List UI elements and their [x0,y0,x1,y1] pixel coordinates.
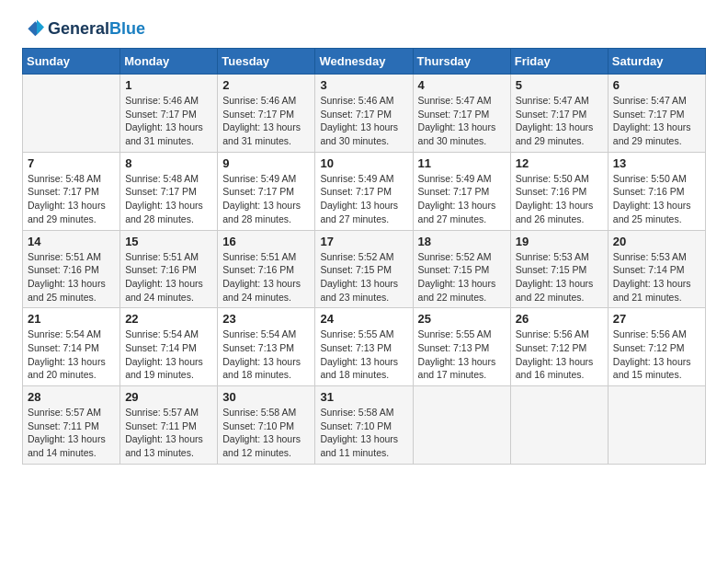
day-number: 25 [418,312,506,326]
day-number: 18 [418,235,506,248]
calendar-cell [413,386,510,465]
weekday-header: Thursday [413,49,510,75]
day-info: Sunrise: 5:55 AM Sunset: 7:13 PM Dayligh… [320,327,407,382]
calendar-cell: 21Sunrise: 5:54 AM Sunset: 7:14 PM Dayli… [23,308,120,386]
weekday-header: Friday [510,49,608,75]
day-number: 14 [28,235,115,248]
calendar-cell: 1Sunrise: 5:46 AM Sunset: 7:17 PM Daylig… [120,75,218,153]
calendar-cell: 22Sunrise: 5:54 AM Sunset: 7:14 PM Dayli… [120,308,218,386]
logo-icon [22,18,44,40]
day-info: Sunrise: 5:47 AM Sunset: 7:17 PM Dayligh… [516,94,603,148]
calendar-cell: 27Sunrise: 5:56 AM Sunset: 7:12 PM Dayli… [608,308,705,386]
calendar-cell: 23Sunrise: 5:54 AM Sunset: 7:13 PM Dayli… [218,308,315,386]
day-number: 6 [613,78,700,92]
day-info: Sunrise: 5:46 AM Sunset: 7:17 PM Dayligh… [222,94,310,148]
day-number: 15 [125,235,212,248]
day-number: 31 [320,390,407,404]
calendar-cell: 6Sunrise: 5:47 AM Sunset: 7:17 PM Daylig… [608,75,705,153]
day-number: 4 [418,78,506,92]
calendar-cell: 26Sunrise: 5:56 AM Sunset: 7:12 PM Dayli… [510,308,608,386]
day-info: Sunrise: 5:48 AM Sunset: 7:17 PM Dayligh… [125,172,212,226]
day-info: Sunrise: 5:57 AM Sunset: 7:11 PM Dayligh… [28,406,115,460]
day-info: Sunrise: 5:50 AM Sunset: 7:16 PM Dayligh… [516,172,603,226]
calendar-cell: 19Sunrise: 5:53 AM Sunset: 7:15 PM Dayli… [510,230,608,308]
day-info: Sunrise: 5:53 AM Sunset: 7:14 PM Dayligh… [613,250,700,304]
logo: GeneralBlue [22,18,145,40]
day-number: 3 [320,78,407,92]
day-number: 17 [320,235,407,248]
day-info: Sunrise: 5:58 AM Sunset: 7:10 PM Dayligh… [320,406,407,460]
calendar-cell: 4Sunrise: 5:47 AM Sunset: 7:17 PM Daylig… [413,75,510,153]
calendar-cell: 20Sunrise: 5:53 AM Sunset: 7:14 PM Dayli… [608,230,705,308]
day-number: 9 [222,156,310,170]
calendar-cell: 8Sunrise: 5:48 AM Sunset: 7:17 PM Daylig… [120,152,218,230]
calendar-cell: 17Sunrise: 5:52 AM Sunset: 7:15 PM Dayli… [315,230,413,308]
day-info: Sunrise: 5:55 AM Sunset: 7:13 PM Dayligh… [418,327,506,382]
weekday-header: Sunday [23,49,120,75]
day-number: 8 [125,156,212,170]
weekday-header: Tuesday [218,49,315,75]
calendar-week-row: 28Sunrise: 5:57 AM Sunset: 7:11 PM Dayli… [23,386,706,465]
day-info: Sunrise: 5:51 AM Sunset: 7:16 PM Dayligh… [125,250,212,304]
day-number: 28 [28,390,115,404]
day-info: Sunrise: 5:49 AM Sunset: 7:17 PM Dayligh… [418,172,506,226]
day-info: Sunrise: 5:54 AM Sunset: 7:14 PM Dayligh… [125,327,212,382]
day-number: 30 [222,390,310,404]
calendar-cell: 25Sunrise: 5:55 AM Sunset: 7:13 PM Dayli… [413,308,510,386]
calendar-cell: 31Sunrise: 5:58 AM Sunset: 7:10 PM Dayli… [315,386,413,465]
day-info: Sunrise: 5:46 AM Sunset: 7:17 PM Dayligh… [320,94,407,148]
day-info: Sunrise: 5:49 AM Sunset: 7:17 PM Dayligh… [320,172,407,226]
day-number: 11 [418,156,506,170]
day-number: 10 [320,156,407,170]
calendar-cell: 28Sunrise: 5:57 AM Sunset: 7:11 PM Dayli… [23,386,120,465]
calendar-cell: 7Sunrise: 5:48 AM Sunset: 7:17 PM Daylig… [23,152,120,230]
calendar-cell: 3Sunrise: 5:46 AM Sunset: 7:17 PM Daylig… [315,75,413,153]
calendar-cell: 14Sunrise: 5:51 AM Sunset: 7:16 PM Dayli… [23,230,120,308]
calendar-cell: 24Sunrise: 5:55 AM Sunset: 7:13 PM Dayli… [315,308,413,386]
day-number: 2 [222,78,310,92]
day-number: 12 [516,156,603,170]
calendar-cell: 11Sunrise: 5:49 AM Sunset: 7:17 PM Dayli… [413,152,510,230]
calendar-cell: 15Sunrise: 5:51 AM Sunset: 7:16 PM Dayli… [120,230,218,308]
logo-text: GeneralBlue [48,20,145,39]
day-number: 29 [125,390,212,404]
calendar-week-row: 1Sunrise: 5:46 AM Sunset: 7:17 PM Daylig… [23,75,706,153]
day-number: 22 [125,312,212,326]
calendar-cell: 29Sunrise: 5:57 AM Sunset: 7:11 PM Dayli… [120,386,218,465]
day-info: Sunrise: 5:50 AM Sunset: 7:16 PM Dayligh… [613,172,700,226]
day-number: 26 [516,312,603,326]
day-number: 5 [516,78,603,92]
day-number: 21 [28,312,115,326]
day-info: Sunrise: 5:47 AM Sunset: 7:17 PM Dayligh… [418,94,506,148]
calendar-cell: 12Sunrise: 5:50 AM Sunset: 7:16 PM Dayli… [510,152,608,230]
day-number: 27 [613,312,700,326]
day-info: Sunrise: 5:54 AM Sunset: 7:13 PM Dayligh… [222,327,310,382]
day-info: Sunrise: 5:56 AM Sunset: 7:12 PM Dayligh… [613,327,700,382]
calendar-cell [23,75,120,153]
weekday-header: Saturday [608,49,705,75]
calendar-cell: 5Sunrise: 5:47 AM Sunset: 7:17 PM Daylig… [510,75,608,153]
calendar-cell [510,386,608,465]
day-info: Sunrise: 5:46 AM Sunset: 7:17 PM Dayligh… [125,94,212,148]
header: GeneralBlue [22,18,706,40]
day-info: Sunrise: 5:49 AM Sunset: 7:17 PM Dayligh… [222,172,310,226]
day-number: 7 [28,156,115,170]
day-number: 19 [516,235,603,248]
day-info: Sunrise: 5:48 AM Sunset: 7:17 PM Dayligh… [28,172,115,226]
calendar-cell: 30Sunrise: 5:58 AM Sunset: 7:10 PM Dayli… [218,386,315,465]
day-info: Sunrise: 5:51 AM Sunset: 7:16 PM Dayligh… [28,250,115,304]
calendar-header: SundayMondayTuesdayWednesdayThursdayFrid… [23,49,706,75]
weekday-header: Wednesday [315,49,413,75]
day-info: Sunrise: 5:47 AM Sunset: 7:17 PM Dayligh… [613,94,700,148]
weekday-header: Monday [120,49,218,75]
day-info: Sunrise: 5:52 AM Sunset: 7:15 PM Dayligh… [418,250,506,304]
calendar-cell: 10Sunrise: 5:49 AM Sunset: 7:17 PM Dayli… [315,152,413,230]
day-info: Sunrise: 5:51 AM Sunset: 7:16 PM Dayligh… [222,250,310,304]
day-info: Sunrise: 5:53 AM Sunset: 7:15 PM Dayligh… [516,250,603,304]
calendar-cell: 16Sunrise: 5:51 AM Sunset: 7:16 PM Dayli… [218,230,315,308]
day-info: Sunrise: 5:56 AM Sunset: 7:12 PM Dayligh… [516,327,603,382]
day-number: 1 [125,78,212,92]
day-number: 13 [613,156,700,170]
calendar-body: 1Sunrise: 5:46 AM Sunset: 7:17 PM Daylig… [23,75,706,465]
day-number: 23 [222,312,310,326]
